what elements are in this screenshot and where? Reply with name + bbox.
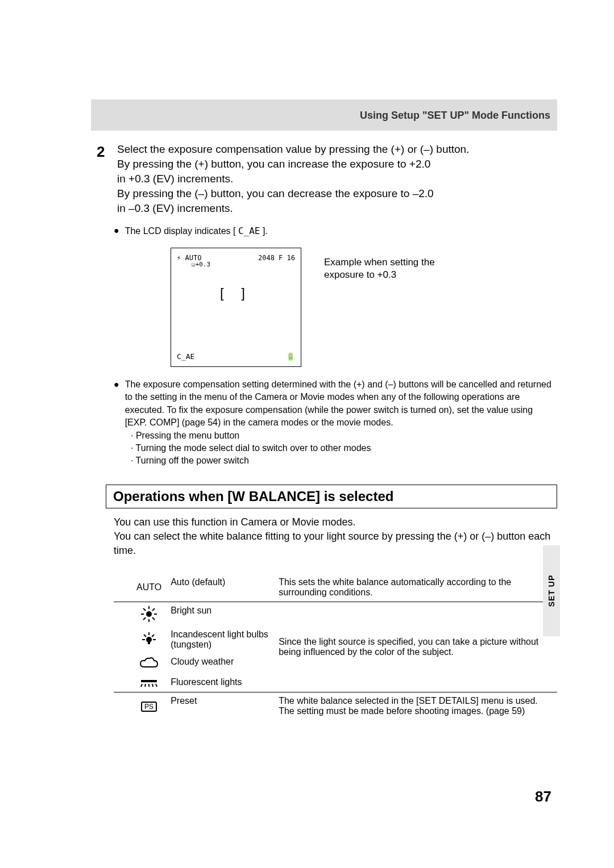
battery-icon: 🔋	[286, 352, 295, 361]
section-p: You can use this function in Camera or M…	[114, 515, 557, 529]
section-tab-label: SET UP	[547, 575, 556, 607]
note-text: ].	[263, 226, 268, 236]
note-symbol: C_AE	[238, 226, 260, 236]
step-body: Select the exposure compensation value b…	[117, 143, 557, 217]
lcd-example: ⚡ AUTO 2048 F 16 ☑+0.3 [ ] C_AE 🔋 Exampl…	[171, 248, 557, 367]
wb-label: Fluorescent lights	[171, 674, 279, 692]
fluorescent-icon	[114, 674, 171, 692]
section-body: You can use this function in Camera or M…	[114, 515, 557, 558]
svg-line-15	[152, 635, 154, 637]
step-line: in +0.3 (EV) increments.	[117, 173, 557, 185]
table-row: AUTO Auto (default) This sets the white …	[114, 574, 557, 601]
note-sub: · Turning the mode select dial to switch…	[131, 442, 557, 454]
wb-icon-auto: AUTO	[114, 574, 171, 601]
svg-line-7	[152, 608, 155, 611]
table-row: PS Preset The white balance selected in …	[114, 692, 557, 720]
svg-point-0	[146, 611, 152, 617]
section-heading: Operations when [W BALANCE] is selected	[106, 485, 557, 508]
notes-block: ● The exposure compensation setting dete…	[114, 378, 557, 468]
svg-point-9	[146, 637, 152, 642]
lcd-screen: ⚡ AUTO 2048 F 16 ☑+0.3 [ ] C_AE 🔋	[171, 248, 301, 367]
lcd-resolution: 2048 F 16	[258, 254, 295, 262]
step-line: Select the exposure compensation value b…	[117, 143, 557, 156]
section-p: You can select the white balance fitting…	[114, 529, 557, 558]
svg-line-17	[141, 684, 142, 687]
sun-icon	[114, 602, 171, 626]
step-number: 2	[97, 143, 117, 217]
wb-desc: This sets the white balance automaticall…	[279, 574, 557, 601]
wb-label: Bright sun	[171, 602, 279, 626]
note-sub: · Pressing the menu button	[131, 429, 557, 442]
page-number: 87	[535, 788, 551, 806]
svg-line-6	[152, 617, 155, 620]
preset-icon: PS	[114, 692, 171, 720]
step-line: in –0.3 (EV) increments.	[117, 202, 557, 215]
svg-rect-10	[148, 642, 150, 644]
wb-label: Preset	[171, 692, 279, 720]
note-main: The exposure compensation setting determ…	[125, 378, 557, 429]
svg-line-20	[152, 684, 153, 687]
wb-desc: The white balance selected in the [SET D…	[279, 692, 557, 720]
lcd-ev-value: +0.3	[196, 261, 211, 268]
ev-icon: ☑	[192, 261, 196, 268]
svg-line-8	[143, 617, 146, 620]
lcd-indicator-note: ● The LCD display indicates [ C_AE ].	[114, 226, 557, 236]
wb-label: Incandescent light bulbs (tungsten)	[171, 626, 279, 653]
wb-label: Auto (default)	[171, 574, 279, 601]
svg-line-5	[143, 608, 146, 611]
svg-line-21	[156, 684, 157, 687]
lcd-focus-brackets: [ ]	[177, 285, 295, 301]
bullet-icon: ●	[114, 226, 119, 236]
wb-group-desc: Since the light source is specified, you…	[279, 602, 557, 692]
step-2: 2 Select the exposure compensation value…	[97, 143, 557, 217]
bulb-icon	[114, 626, 171, 653]
note-text: The LCD display indicates [	[125, 226, 236, 236]
wb-label: Cloudy weather	[171, 653, 279, 674]
flash-icon: ⚡	[177, 254, 181, 262]
step-line: By pressing the (–) button, you can decr…	[117, 187, 557, 200]
svg-rect-16	[141, 680, 157, 682]
white-balance-table: AUTO Auto (default) This sets the white …	[114, 574, 557, 720]
bullet-icon: ●	[114, 378, 119, 429]
svg-line-14	[144, 635, 146, 637]
table-row: Bright sun Since the light source is spe…	[114, 602, 557, 626]
note-sub: · Turning off the power switch	[131, 454, 557, 467]
svg-line-18	[145, 684, 146, 687]
page-content: Using Setup "SET UP" Mode Functions 2 Se…	[0, 0, 614, 720]
cloud-icon	[114, 653, 171, 674]
section-tab: SET UP	[543, 545, 560, 636]
lcd-mode: C_AE	[177, 352, 194, 361]
breadcrumb: Using Setup "SET UP" Mode Functions	[97, 99, 557, 127]
lcd-caption: Example when setting the exposure to +0.…	[324, 248, 460, 281]
step-line: By pressing the (+) button, you can incr…	[117, 158, 557, 170]
